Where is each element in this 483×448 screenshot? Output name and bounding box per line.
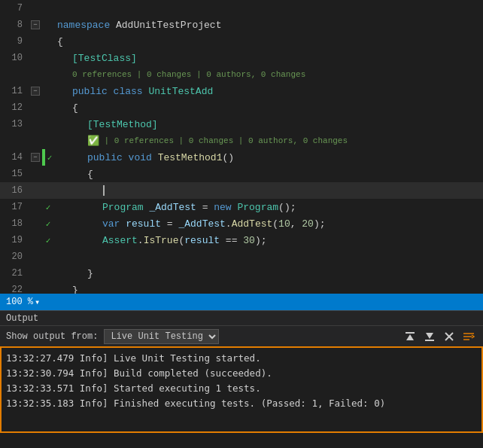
gutter: − (29, 153, 42, 162)
variable: _AddTest (149, 202, 196, 213)
zoom-control[interactable]: 100 % ▾ (6, 297, 40, 308)
ref-line-testclass: 0 references | 0 changes | 0 authors, 0 … (0, 66, 483, 83)
line-number: 21 (0, 268, 29, 279)
variable: result (184, 235, 220, 246)
code: = (196, 202, 214, 213)
attribute: [TestClass] (72, 53, 137, 64)
gutter: − (29, 87, 42, 96)
number: 20 (302, 218, 314, 230)
scroll-to-start-button[interactable] (402, 328, 418, 345)
pass-icon: ✓ (47, 153, 53, 163)
code-line-9: 9 { (0, 33, 483, 50)
status-bar: 100 % ▾ (0, 294, 483, 310)
code-content: } (54, 285, 483, 294)
test-indicator: ✓ (42, 203, 54, 212)
svg-marker-2 (426, 333, 433, 339)
code-content: Assert.IsTrue(result == 30); (54, 235, 483, 246)
code: . (226, 218, 232, 230)
keyword: void (129, 152, 158, 163)
code: == (220, 235, 243, 246)
code-line-16: 16 (0, 182, 483, 199)
reference-info: 0 references | 0 changes | 0 authors, 0 … (54, 70, 483, 79)
code-content: namespace AddUnitTestProject (54, 20, 483, 31)
keyword: class (114, 86, 149, 97)
line-number: 14 (0, 152, 29, 163)
line-number: 15 (0, 169, 29, 179)
line-number: 7 (0, 3, 29, 14)
keyword: namespace (57, 20, 116, 31)
line-number: 9 (0, 36, 29, 47)
keyword: new (214, 202, 237, 213)
class-name: UnitTestAdd (148, 86, 213, 97)
editor-wrapper: 7 8 − namespace AddUnitTestProject 9 (0, 0, 483, 433)
code-line-18: 18 ✓ var result = _AddTest.AddTest(10, 2… (0, 215, 483, 232)
test-indicator: ✓ (45, 153, 54, 163)
code-line-15: 15 { (0, 166, 483, 182)
collapse-button[interactable]: − (31, 87, 40, 96)
test-indicator: ✓ (42, 219, 54, 229)
attribute: [TestMethod] (87, 119, 158, 130)
ref-text: 0 references | 0 changes | 0 authors, 0 … (72, 70, 305, 79)
zoom-value: 100 % (6, 297, 33, 307)
brace: } (87, 268, 93, 279)
code-editor: 7 8 − namespace AddUnitTestProject 9 (0, 0, 483, 294)
output-header: Show output from: Live Unit Testing Buil… (0, 325, 483, 346)
test-indicator: ✓ (42, 236, 54, 245)
scroll-start-icon (405, 331, 415, 342)
line-number: 10 (0, 53, 29, 63)
keyword: public (87, 152, 129, 163)
output-source-select[interactable]: Live Unit Testing Build Debug General (104, 329, 219, 344)
method-name: TestMethod1 (158, 152, 223, 163)
code-content: public void TestMethod1() (54, 152, 483, 163)
code: , (290, 218, 302, 230)
line-number: 12 (0, 102, 29, 113)
paren: () (222, 152, 234, 163)
variable: result (126, 218, 161, 230)
code-content: public class UnitTestAdd (54, 86, 483, 97)
output-toolbar (402, 328, 477, 345)
svg-rect-0 (406, 332, 415, 334)
svg-marker-1 (406, 334, 414, 340)
line-number: 17 (0, 202, 29, 212)
code: ( (272, 218, 278, 230)
code-content: { (54, 169, 483, 180)
pass-icon: ✓ (46, 236, 51, 245)
log-line-4: 13:32:35.183 Info] Finished executing te… (6, 396, 477, 411)
panel-tab-bar: output (0, 310, 483, 325)
log-line-2: 13:32:30.794 Info] Build completed (succ… (6, 366, 477, 381)
code-line-14: 14 − ✓ public void TestMethod1() (0, 149, 483, 166)
output-tab[interactable]: output (6, 313, 38, 324)
code-content: var result = _AddTest.AddTest(10, 20); (54, 218, 483, 230)
log-line-3: 13:32:33.571 Info] Started executing 1 t… (6, 381, 477, 396)
method: AddTest (232, 218, 273, 230)
line-number: 22 (0, 285, 29, 294)
code-content (54, 185, 483, 196)
type-name: Program (102, 202, 144, 213)
code-line-11: 11 − public class UnitTestAdd (0, 83, 483, 99)
variable: _AddTest (178, 218, 225, 230)
line-number: 8 (0, 20, 29, 30)
code-line-10: 10 [TestClass] (0, 50, 483, 66)
line-number: 16 (0, 185, 29, 196)
code-lines: 7 8 − namespace AddUnitTestProject 9 (0, 0, 483, 294)
svg-rect-3 (425, 340, 434, 341)
scroll-to-end-button[interactable] (421, 328, 438, 345)
code: ); (255, 235, 267, 246)
reference-info: ✅ | 0 references | 0 changes | 0 authors… (54, 135, 483, 147)
code-content: } (54, 268, 483, 279)
clear-output-button[interactable] (441, 328, 457, 345)
cursor (103, 185, 105, 196)
keyword: public (72, 86, 114, 97)
word-wrap-button[interactable] (460, 328, 477, 345)
code-line-21: 21 } (0, 265, 483, 282)
number: 30 (243, 235, 255, 246)
ref-line-testmethod: ✅ | 0 references | 0 changes | 0 authors… (0, 133, 483, 149)
clear-icon (444, 331, 454, 342)
collapse-button[interactable]: − (31, 20, 40, 29)
pass-icon: ✓ (46, 203, 51, 212)
code-line-12: 12 { (0, 99, 483, 116)
line-number: 18 (0, 218, 29, 229)
type-name: Program (237, 202, 278, 213)
class-name: Assert (102, 235, 138, 246)
collapse-button[interactable]: − (31, 153, 40, 162)
